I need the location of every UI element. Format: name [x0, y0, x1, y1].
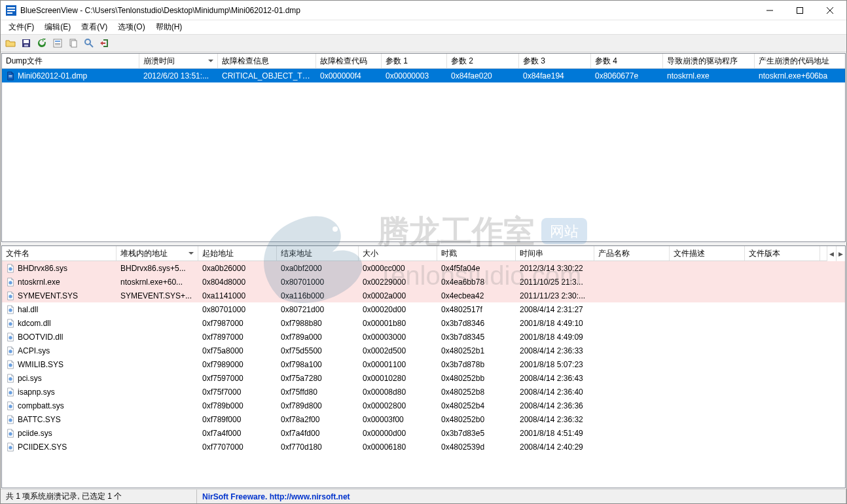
column-header[interactable]: 结束地址	[277, 246, 359, 261]
table-cell: 0xf75f7000	[198, 386, 277, 398]
table-row[interactable]: ntoskrnl.exentoskrnl.exe+60...0x804d8000…	[2, 275, 845, 289]
save-button[interactable]	[19, 36, 33, 50]
table-cell: pci.sys	[2, 372, 117, 384]
menu-options[interactable]: 选项(O)	[113, 20, 150, 34]
column-header[interactable]: 导致崩溃的驱动程序	[663, 54, 755, 68]
table-cell: 2011/11/23 2:30:...	[516, 290, 594, 302]
table-row[interactable]: BATTC.SYS0xf789f0000xf78a2f000x00003f000…	[2, 412, 845, 426]
column-header[interactable]: 文件描述	[670, 246, 745, 261]
copy-button[interactable]	[66, 36, 81, 50]
table-cell: 0x4f5fa04e	[437, 262, 516, 274]
column-header[interactable]: 起始地址	[198, 246, 277, 261]
open-folder-button[interactable]	[3, 36, 18, 50]
driver-listview[interactable]: ◀ ▶ 文件名堆栈内的地址起始地址结束地址大小时戳时间串产品名称文件描述文件版本…	[2, 246, 845, 488]
status-count: 共 1 项系统崩溃记录, 已选定 1 个	[1, 490, 197, 503]
table-row[interactable]: Mini062012-01.dmp2012/6/20 13:51:...CRIT…	[2, 69, 845, 82]
menu-edit[interactable]: 编辑(E)	[39, 20, 76, 34]
column-header[interactable]: 崩溃时间	[139, 54, 218, 68]
status-link[interactable]: NirSoft Freeware. http://www.nirsoft.net	[197, 490, 846, 503]
properties-button[interactable]	[50, 36, 65, 50]
find-button[interactable]	[82, 36, 96, 50]
table-cell	[670, 336, 745, 338]
table-row[interactable]: kdcom.dll0xf79870000xf7988b800x00001b800…	[2, 316, 845, 330]
svg-rect-3	[7, 12, 12, 14]
table-cell	[594, 432, 670, 435]
table-cell: 2008/4/14 2:36:43	[516, 372, 594, 384]
maximize-button[interactable]	[785, 1, 815, 20]
table-cell	[670, 267, 745, 270]
table-cell	[670, 350, 745, 352]
svg-point-26	[9, 336, 12, 339]
table-cell	[594, 336, 670, 338]
table-cell: 0xf789f000	[198, 414, 277, 425]
table-cell	[117, 418, 198, 421]
table-cell: SYMEVENT.SYS+...	[117, 290, 198, 302]
table-row[interactable]: SYMEVENT.SYSSYMEVENT.SYS+...0xa11410000x…	[2, 289, 845, 302]
table-cell	[670, 418, 745, 421]
table-cell: 0x00010280	[359, 372, 437, 384]
table-row[interactable]: compbatt.sys0xf789b0000xf789d8000x000028…	[2, 399, 845, 412]
column-header[interactable]: 产生崩溃的代码地址	[755, 54, 845, 68]
close-button[interactable]	[815, 1, 845, 20]
table-cell: 0x4802517f	[437, 304, 516, 315]
table-cell	[117, 377, 198, 380]
table-row[interactable]: BOOTVID.dll0xf78970000xf789a0000x0000300…	[2, 330, 845, 344]
table-cell: 2008/4/14 2:36:33	[516, 345, 594, 357]
table-cell	[670, 377, 745, 380]
table-row[interactable]: PCIIDEX.SYS0xf77070000xf770d1800x0000618…	[2, 440, 845, 454]
svg-point-27	[9, 350, 12, 353]
column-header[interactable]: 文件版本	[745, 246, 820, 261]
table-cell: 2008/4/14 2:36:32	[516, 414, 594, 425]
scroll-left-icon[interactable]: ◀	[827, 246, 836, 261]
column-header[interactable]: 大小	[359, 246, 437, 261]
table-cell: 0x00006180	[359, 441, 437, 453]
header-scroll-arrows: ◀ ▶	[827, 246, 845, 261]
table-row[interactable]: WMILIB.SYS0xf79890000xf798a1000x00001100…	[2, 357, 845, 371]
table-row[interactable]: ACPI.sys0xf75a80000xf75d55000x0002d5000x…	[2, 344, 845, 357]
table-row[interactable]: pciide.sys0xf7a4f0000xf7a4fd000x00000d00…	[2, 426, 845, 440]
column-header[interactable]: 参数 2	[447, 54, 519, 68]
column-header[interactable]: Dump文件	[2, 54, 139, 68]
dump-listview[interactable]: Dump文件崩溃时间故障检查信息故障检查代码参数 1参数 2参数 3参数 4导致…	[2, 54, 845, 242]
column-header[interactable]: 故障检查代码	[316, 54, 382, 68]
table-row[interactable]: BHDrvx86.sysBHDrvx86.sys+5...0xa0b260000…	[2, 261, 845, 275]
column-header[interactable]: 故障检查信息	[218, 54, 316, 68]
table-cell: BOOTVID.dll	[2, 331, 117, 343]
menu-view[interactable]: 查看(V)	[76, 20, 113, 34]
table-cell: WMILIB.SYS	[2, 359, 117, 370]
table-cell: pciide.sys	[2, 427, 117, 439]
table-row[interactable]: pci.sys0xf75970000xf75a72800x000102800x4…	[2, 371, 845, 385]
column-header[interactable]: 参数 4	[591, 54, 663, 68]
minimize-button[interactable]	[755, 1, 785, 20]
menu-help[interactable]: 帮助(H)	[151, 20, 188, 34]
table-cell: 0xf75d5500	[277, 345, 359, 357]
table-cell	[594, 350, 670, 352]
scroll-right-icon[interactable]: ▶	[836, 246, 845, 261]
table-cell: 0xf7989000	[198, 359, 277, 370]
table-cell: 0x00000003	[382, 70, 447, 82]
table-cell	[594, 446, 670, 448]
table-cell	[745, 405, 820, 407]
table-cell	[745, 350, 820, 352]
column-header[interactable]: 时间串	[516, 246, 594, 261]
column-header[interactable]: 时戳	[437, 246, 516, 261]
column-header[interactable]: 参数 3	[519, 54, 591, 68]
table-cell: compbatt.sys	[2, 400, 117, 412]
column-header[interactable]: 堆栈内的地址	[117, 246, 198, 261]
column-header[interactable]: 参数 1	[382, 54, 447, 68]
column-header[interactable]: 产品名称	[594, 246, 670, 261]
table-cell	[594, 377, 670, 380]
table-cell: 0x3b7d83e5	[437, 427, 516, 439]
table-row[interactable]: hal.dll0x807010000x80721d000x00020d000x4…	[2, 302, 845, 316]
exit-button[interactable]	[98, 36, 112, 50]
table-cell	[745, 267, 820, 270]
refresh-button[interactable]	[35, 36, 49, 50]
table-cell: 0x80701000	[277, 276, 359, 288]
table-cell	[594, 391, 670, 393]
column-header[interactable]: 文件名	[2, 246, 117, 261]
table-row[interactable]: isapnp.sys0xf75f70000xf75ffd800x00008d80…	[2, 385, 845, 399]
table-cell: 0xf770d180	[277, 441, 359, 453]
table-cell	[670, 363, 745, 366]
menu-file[interactable]: 文件(F)	[3, 20, 39, 34]
table-cell: 0x00002800	[359, 400, 437, 412]
